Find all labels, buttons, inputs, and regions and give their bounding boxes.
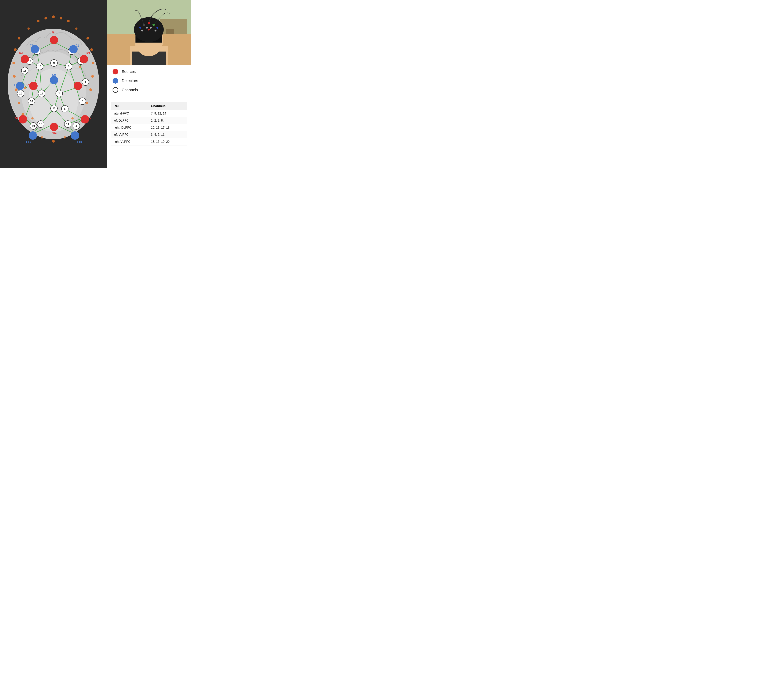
svg-point-12 xyxy=(13,75,16,78)
svg-text:13: 13 xyxy=(39,122,42,125)
svg-text:4: 4 xyxy=(76,124,77,127)
channels-label: Channels xyxy=(122,88,138,92)
svg-text:Fpz: Fpz xyxy=(51,131,56,134)
photo-area xyxy=(107,0,191,65)
svg-text:14: 14 xyxy=(40,92,43,95)
svg-point-156 xyxy=(146,27,148,29)
svg-text:Fz: Fz xyxy=(52,31,56,34)
svg-point-124 xyxy=(50,123,58,131)
svg-text:F4: F4 xyxy=(19,52,23,55)
svg-text:3: 3 xyxy=(82,100,83,103)
svg-point-8 xyxy=(67,20,70,22)
svg-text:AF4: AF4 xyxy=(26,83,31,86)
table-body: lateral-FPC7, 9, 12, 14left-DLPFC1, 2, 5… xyxy=(111,110,187,145)
svg-point-10 xyxy=(14,48,16,51)
channels-cell: 7, 9, 12, 14 xyxy=(148,110,187,117)
svg-point-138 xyxy=(29,131,37,140)
svg-point-114 xyxy=(50,36,58,44)
svg-point-118 xyxy=(80,55,88,63)
sources-label: Sources xyxy=(122,69,136,74)
svg-point-134 xyxy=(50,76,58,84)
svg-text:11: 11 xyxy=(66,122,69,125)
svg-point-9 xyxy=(18,37,20,40)
col-channels: Channels xyxy=(148,102,187,110)
svg-point-6 xyxy=(52,15,55,18)
svg-point-11 xyxy=(12,62,15,64)
roi-cell: left-DLPFC xyxy=(111,117,148,124)
roi-cell: left-VLPFC xyxy=(111,131,148,139)
channels-icon xyxy=(112,87,118,93)
channels-cell: 1, 2, 5, 8, xyxy=(148,117,187,124)
svg-point-4 xyxy=(37,20,40,22)
svg-text:19: 19 xyxy=(32,124,35,127)
svg-point-17 xyxy=(90,48,93,51)
legend-sources: Sources xyxy=(112,69,185,74)
table-row: left-DLPFC1, 2, 5, 8, xyxy=(111,117,187,124)
brain-svg: 1 2 3 4 5 6 7 8 9 10 11 12 13 xyxy=(0,0,107,168)
brain-diagram-panel: 1 2 3 4 5 6 7 8 9 10 11 12 13 xyxy=(0,0,107,168)
channels-cell: 13, 16, 19, 20 xyxy=(148,139,187,145)
svg-text:12: 12 xyxy=(53,107,56,110)
svg-point-26 xyxy=(31,117,34,119)
svg-text:15: 15 xyxy=(38,65,41,68)
svg-point-162 xyxy=(148,29,150,31)
svg-text:Fp1: Fp1 xyxy=(77,140,82,144)
legend-detectors: Detectors xyxy=(112,78,185,84)
svg-text:F2: F2 xyxy=(30,44,33,47)
roi-cell: lateral-FPC xyxy=(111,110,148,117)
legend-channels: Channels xyxy=(112,87,185,93)
roi-cell: right-VLPFC xyxy=(111,139,148,145)
table-header-row: ROI Channels xyxy=(111,102,187,110)
svg-point-27 xyxy=(71,117,74,119)
detectors-icon xyxy=(112,78,118,84)
svg-text:F3: F3 xyxy=(86,52,90,55)
svg-point-7 xyxy=(60,17,63,20)
roi-table: ROI Channels lateral-FPC7, 9, 12, 14left… xyxy=(111,102,187,145)
svg-point-158 xyxy=(139,27,141,29)
svg-point-28 xyxy=(52,140,55,143)
svg-text:F1: F1 xyxy=(76,44,79,47)
svg-text:5: 5 xyxy=(68,65,69,68)
svg-point-140 xyxy=(71,131,79,140)
svg-text:7: 7 xyxy=(58,92,60,95)
svg-point-161 xyxy=(155,30,156,31)
svg-text:9: 9 xyxy=(53,61,55,64)
svg-text:18: 18 xyxy=(23,69,26,72)
svg-text:Fp2: Fp2 xyxy=(26,140,31,144)
svg-point-30 xyxy=(64,136,66,139)
svg-point-14 xyxy=(18,102,20,104)
svg-point-22 xyxy=(28,28,30,30)
svg-text:16: 16 xyxy=(30,100,33,103)
roi-table-area: ROI Channels lateral-FPC7, 9, 12, 14left… xyxy=(107,100,191,149)
table-row: right-VLPFC13, 16, 19, 20 xyxy=(111,139,187,145)
svg-rect-146 xyxy=(166,29,174,35)
svg-text:6: 6 xyxy=(64,107,66,110)
svg-point-29 xyxy=(41,136,43,139)
svg-text:Afz: Afz xyxy=(52,73,56,76)
svg-point-20 xyxy=(89,88,92,91)
roi-cell: right- DLPFC xyxy=(111,124,148,131)
table-row: right- DLPFC10, 15, 17, 18 xyxy=(111,124,187,131)
svg-point-18 xyxy=(92,62,94,64)
svg-point-5 xyxy=(44,17,47,20)
table-row: left-VLPFC3, 4, 6, 11 xyxy=(111,131,187,139)
col-roi: ROI xyxy=(111,102,148,110)
svg-point-159 xyxy=(156,27,158,29)
svg-point-19 xyxy=(91,75,94,78)
svg-point-116 xyxy=(21,55,29,63)
channels-cell: 10, 15, 17, 18 xyxy=(148,124,187,131)
svg-text:AF8: AF8 xyxy=(15,116,20,119)
svg-point-23 xyxy=(75,28,77,30)
svg-text:AF3: AF3 xyxy=(78,83,84,86)
svg-text:20: 20 xyxy=(19,92,22,95)
table-row: lateral-FPC7, 9, 12, 14 xyxy=(111,110,187,117)
channels-cell: 3, 4, 6, 11 xyxy=(148,131,187,139)
svg-point-160 xyxy=(141,30,143,31)
legend-area: Sources Detectors Channels xyxy=(107,65,191,100)
svg-text:1: 1 xyxy=(85,81,86,84)
svg-text:F6: F6 xyxy=(14,83,17,86)
svg-point-157 xyxy=(150,27,152,29)
right-panel: Sources Detectors Channels ROI Channels … xyxy=(107,0,191,168)
sources-icon xyxy=(112,69,118,74)
detectors-label: Detectors xyxy=(122,79,138,83)
